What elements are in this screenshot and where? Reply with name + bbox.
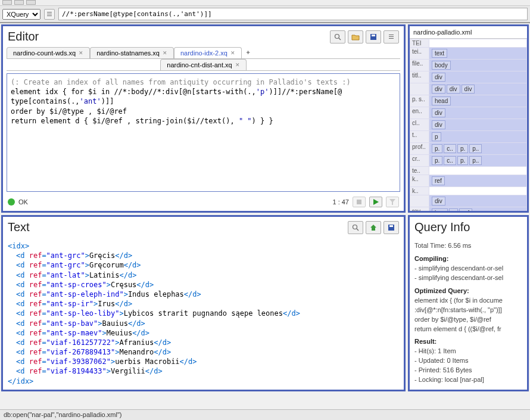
result-row: <d ref="ant-sp-bav">Bauius</d> <box>8 319 399 328</box>
tree-cell[interactable] <box>429 187 527 195</box>
optimized-header: Optimized Query: <box>414 287 522 296</box>
status-ok-icon <box>8 198 15 206</box>
folder-icon <box>351 33 360 41</box>
result-row: <d ref="ant-grc">Gręcorum</d> <box>8 260 399 270</box>
stop-button[interactable] <box>353 197 366 207</box>
tab-label: nardino-idx-2.xq <box>180 49 227 57</box>
tree-cell[interactable]: text <box>429 48 527 60</box>
svg-rect-17 <box>389 225 393 227</box>
toolbar-button[interactable] <box>2 0 12 5</box>
tree-cell[interactable]: div <box>429 107 527 119</box>
tree-label[interactable]: tei.. <box>410 48 429 60</box>
editor-tabs-row2: nardino-cnt-dist-ant.xq✕ <box>7 59 400 71</box>
editor-tab[interactable]: nardino-idx-2.xq✕ <box>174 47 242 58</box>
filter-icon <box>389 199 395 205</box>
save-icon <box>388 224 395 231</box>
text-output[interactable]: <idx><d ref="ant-grc">Gręcis</d><d ref="… <box>3 238 404 390</box>
tree-label[interactable]: cr.. <box>410 155 429 167</box>
open-button[interactable] <box>348 30 363 43</box>
query-bar: XQuery <box>0 6 530 23</box>
tree-label[interactable]: rev.. <box>410 207 429 211</box>
text-panel: Text <idx><d ref="ant-grc">Gręcis</d><d … <box>1 215 406 391</box>
editor-tabs: nardino-count-wds.xq✕ nardino-statnames.… <box>7 47 400 59</box>
queryinfo-line: - simplifying descendant-or-sel <box>414 273 522 283</box>
save-button[interactable] <box>384 221 399 234</box>
result-row: <d ref="ant-sp-croes">Cręsus</d> <box>8 280 399 290</box>
queryinfo-line: return element d { (($i/@ref, fr <box>414 325 522 334</box>
tree-label[interactable]: t.. <box>410 131 429 143</box>
tree-label[interactable] <box>410 195 429 207</box>
status-text: OK <box>18 198 28 206</box>
tree-cell[interactable]: p <box>429 131 527 143</box>
tree-cell[interactable]: div <box>429 71 527 83</box>
close-icon[interactable]: ✕ <box>235 62 240 68</box>
result-header: Result: <box>414 337 522 347</box>
search-button[interactable] <box>348 221 363 234</box>
tree-label[interactable]: file.. <box>410 60 429 71</box>
query-input[interactable] <box>58 8 528 20</box>
tree-label[interactable]: en.. <box>410 107 429 119</box>
tree-label[interactable]: te.. <box>410 167 429 175</box>
editor-settings-button[interactable] <box>384 30 399 43</box>
save-button[interactable] <box>366 30 381 43</box>
tree-cell[interactable]: body <box>429 60 527 71</box>
editor-tab[interactable]: nardino-statnames.xq✕ <box>90 47 174 58</box>
tree-cell[interactable]: p.c..p.p.. <box>429 143 527 155</box>
query-history-button[interactable] <box>44 9 55 20</box>
tree-label[interactable]: k.. <box>410 187 429 195</box>
query-mode-select[interactable]: XQuery <box>2 9 40 20</box>
svg-rect-10 <box>357 200 361 204</box>
new-tab-button[interactable]: ✦ <box>242 47 254 58</box>
filter-button[interactable] <box>386 197 399 207</box>
tree-cell[interactable]: divdivdiv <box>429 83 527 95</box>
tree-cell[interactable]: div <box>429 119 527 131</box>
run-button[interactable] <box>369 197 382 207</box>
queryinfo-panel: Query Info Total Time: 6.56 ms Compiling… <box>408 215 529 391</box>
svg-marker-12 <box>389 199 395 205</box>
tree-label[interactable]: titl.. <box>410 71 429 83</box>
code-editor[interactable]: (: Create an index of all names from ant… <box>7 73 400 192</box>
tree-cell[interactable]: div <box>429 195 527 207</box>
tree-cell[interactable] <box>429 167 527 175</box>
status-footer: db:open("nar-pal","nardino-palladio.xml"… <box>0 409 530 420</box>
tree-label[interactable]: p. s.. <box>410 95 429 107</box>
result-row: <d ref="ant-sp-ir">Irus</d> <box>8 299 399 309</box>
compiling-header: Compiling: <box>414 254 522 264</box>
tree-label[interactable]: TEI <box>410 39 429 48</box>
svg-rect-2 <box>47 15 52 16</box>
tree-cell[interactable]: ref <box>429 175 527 187</box>
result-row: <d ref="ant-sp-eleph-ind">Indus elephas<… <box>8 290 399 299</box>
code-comment: (: Create an index of all names from ant… <box>11 78 351 86</box>
tree-cell[interactable]: p.c..p.p.. <box>429 155 527 167</box>
tree-body[interactable]: TEItei..textfile..bodytitl..divdivdivdiv… <box>410 39 527 211</box>
tree-label[interactable]: prof.. <box>410 143 429 155</box>
tree-cell[interactable] <box>429 39 527 48</box>
tree-label[interactable]: k.. <box>410 175 429 187</box>
editor-tab[interactable]: nardino-count-wds.xq✕ <box>7 47 90 58</box>
svg-rect-1 <box>47 14 52 14</box>
result-row: <d ref="viaf-267889413">Menandro</d> <box>8 347 399 357</box>
close-icon[interactable]: ✕ <box>79 50 83 56</box>
queryinfo-line: :div[@*:n[fn:starts-with(., "p")]] <box>414 306 522 315</box>
tree-cell[interactable]: he..pref <box>429 207 527 211</box>
home-button[interactable] <box>366 221 381 234</box>
toolbar-button[interactable] <box>26 0 36 5</box>
tree-panel: nardino-palladio.xml TEItei..textfile..b… <box>408 24 529 213</box>
close-icon[interactable]: ✕ <box>163 50 167 56</box>
close-icon[interactable]: ✕ <box>230 50 235 56</box>
editor-status-bar: OK 1 : 47 <box>3 194 404 211</box>
result-row: <d ref="ant-sp-maev">Meuius</d> <box>8 328 399 338</box>
svg-point-3 <box>335 34 339 38</box>
tab-label: nardino-cnt-dist-ant.xq <box>167 61 232 69</box>
tab-label: nardino-count-wds.xq <box>13 49 76 57</box>
svg-marker-11 <box>373 199 379 205</box>
svg-rect-6 <box>372 35 375 36</box>
editor-tab[interactable]: nardino-cnt-dist-ant.xq✕ <box>160 59 246 70</box>
toolbar-button[interactable] <box>14 0 24 5</box>
tree-label[interactable] <box>410 83 429 95</box>
tree-cell[interactable]: head <box>429 95 527 107</box>
svg-rect-8 <box>389 36 394 37</box>
queryinfo-line: - Locking: local [nar-pal] <box>414 375 522 385</box>
tree-label[interactable]: cl.. <box>410 119 429 131</box>
search-button[interactable] <box>330 30 345 43</box>
